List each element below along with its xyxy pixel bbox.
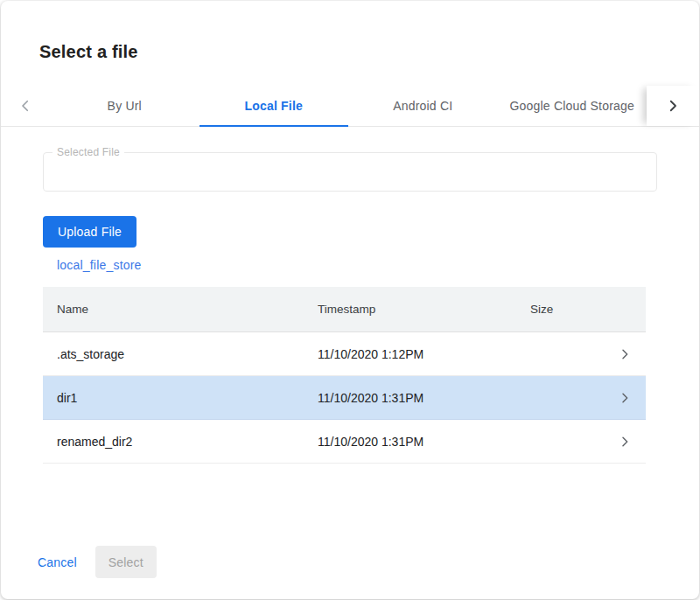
- column-header-size: Size: [516, 303, 604, 316]
- tab-bar: By Url Local File Android CI Google Clou…: [1, 86, 699, 127]
- tabs-scroll-right-button[interactable]: [647, 86, 699, 126]
- cell-name: dir1: [43, 391, 304, 405]
- table-row-ats-storage[interactable]: .ats_storage 11/10/2020 1:12PM: [43, 332, 646, 376]
- table-row-renamed-dir2[interactable]: renamed_dir2 11/10/2020 1:31PM: [43, 420, 646, 464]
- page-title: Select a file: [1, 1, 699, 62]
- cell-timestamp: 11/10/2020 1:31PM: [304, 435, 516, 449]
- select-button[interactable]: Select: [95, 546, 157, 578]
- tabs-scroll-left-button[interactable]: [1, 86, 50, 126]
- table-header-row: Name Timestamp Size: [43, 287, 646, 332]
- chevron-right-icon[interactable]: [604, 435, 646, 449]
- tab-android-ci[interactable]: Android CI: [348, 86, 498, 126]
- breadcrumb-local-file-store[interactable]: local_file_store: [57, 258, 142, 272]
- tab-by-url[interactable]: By Url: [50, 86, 200, 126]
- cell-name: renamed_dir2: [43, 435, 304, 449]
- tab-panel-local-file: Selected File Upload File local_file_sto…: [1, 152, 699, 464]
- chevron-right-icon[interactable]: [604, 391, 646, 405]
- chevron-right-icon[interactable]: [604, 347, 646, 361]
- cell-timestamp: 11/10/2020 1:31PM: [304, 391, 516, 405]
- tab-list: By Url Local File Android CI Google Clou…: [50, 86, 647, 126]
- selected-file-label: Selected File: [52, 146, 124, 158]
- select-file-dialog: Select a file By Url Local File Android …: [1, 1, 699, 599]
- table-row-dir1[interactable]: dir1 11/10/2020 1:31PM: [43, 376, 646, 420]
- tab-local-file[interactable]: Local File: [200, 86, 349, 126]
- file-table: Name Timestamp Size .ats_storage 11/10/2…: [43, 287, 646, 464]
- cell-name: .ats_storage: [43, 347, 304, 361]
- chevron-left-icon: [18, 98, 33, 114]
- selected-file-field: Selected File: [43, 152, 657, 192]
- selected-file-input[interactable]: [44, 153, 656, 191]
- tab-google-cloud-storage[interactable]: Google Cloud Storage: [498, 86, 648, 126]
- upload-file-button[interactable]: Upload File: [43, 216, 136, 248]
- dialog-footer: Cancel Select: [31, 546, 157, 578]
- column-header-name: Name: [43, 303, 304, 316]
- cancel-button[interactable]: Cancel: [31, 548, 84, 576]
- cell-timestamp: 11/10/2020 1:12PM: [304, 347, 516, 361]
- column-header-timestamp: Timestamp: [304, 303, 516, 316]
- chevron-right-icon: [665, 98, 681, 114]
